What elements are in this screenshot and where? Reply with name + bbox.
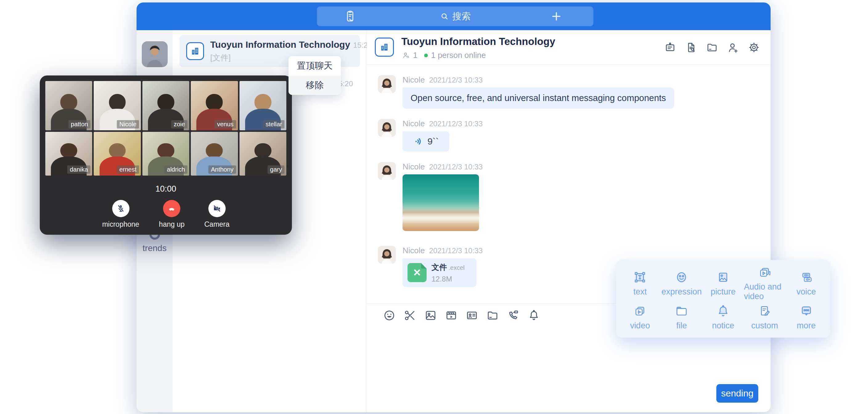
call-controls: microphone hang up Camera <box>45 200 286 229</box>
panel-item-more[interactable]: more <box>785 301 827 333</box>
hang-up-icon <box>166 203 177 214</box>
sender-name: Nicole <box>403 246 425 255</box>
custom-icon <box>757 304 772 319</box>
participant-video: patton <box>45 81 92 130</box>
search-placeholder[interactable]: 搜索 <box>453 10 471 23</box>
voice-wave-icon <box>413 136 424 147</box>
file-icon: ✕ <box>407 263 427 282</box>
message-time: 2021/12/3 10:33 <box>429 247 483 255</box>
participant-video: Nicole <box>94 81 141 130</box>
panel-item-expression[interactable]: expression <box>661 265 703 301</box>
folder-icon[interactable] <box>486 309 499 322</box>
conversation-title: Tuoyun Information Technology <box>210 39 350 50</box>
contact-card-icon[interactable] <box>465 309 478 322</box>
panel-item-file[interactable]: file <box>661 301 703 333</box>
voice-duration: 9`` <box>428 136 439 147</box>
image-icon[interactable] <box>424 309 437 322</box>
video-call-icon[interactable] <box>507 309 520 322</box>
participant-video: zoie <box>143 81 189 130</box>
participant-video: ernest <box>94 132 141 176</box>
sender-name: Nicole <box>403 162 425 171</box>
voice-icon <box>799 270 814 285</box>
panel-item-audio-video[interactable]: Audio and video <box>744 265 785 301</box>
screenshot-icon[interactable] <box>403 309 416 322</box>
avatar[interactable] <box>378 162 396 180</box>
message-time: 2021/12/3 10:33 <box>429 163 483 171</box>
file-ext: .excel <box>448 264 465 271</box>
file-size: 12.8M <box>432 275 465 283</box>
chat-history-search-icon[interactable] <box>685 41 697 54</box>
hang-up-button[interactable] <box>163 200 180 217</box>
panel-item-text[interactable]: text <box>619 265 661 301</box>
participant-video: Anthony <box>191 132 238 176</box>
chat-title: Tuoyun Information Technology <box>401 36 555 47</box>
search-icon <box>439 11 450 21</box>
organization-icon <box>186 42 204 60</box>
camera-button[interactable] <box>208 200 226 217</box>
search-bar[interactable]: 搜索 <box>317 6 593 26</box>
organization-icon <box>375 38 394 57</box>
panel-item-voice[interactable]: voice <box>785 265 827 301</box>
settings-icon[interactable] <box>748 41 760 54</box>
avatar[interactable] <box>378 246 396 264</box>
composer-toolbar <box>383 309 540 322</box>
file-icon <box>674 304 689 319</box>
menu-item-remove[interactable]: 移除 <box>288 75 341 95</box>
menu-item-pin-chat[interactable]: 置顶聊天 <box>288 56 341 75</box>
panel-item-video[interactable]: video <box>619 301 661 333</box>
send-button[interactable]: sending <box>716 384 758 403</box>
avatar[interactable] <box>378 75 396 93</box>
microphone-muted-icon <box>116 203 126 214</box>
message-text: Nicole 2021/12/3 10:33 Open source, free… <box>378 75 674 109</box>
sender-name: Nicole <box>403 75 425 85</box>
voice-bubble[interactable]: 9`` <box>403 131 450 152</box>
chat-area: Tuoyun Information Technology 1 1 person… <box>367 30 771 412</box>
avatar[interactable] <box>378 119 396 137</box>
online-status: 1 person online <box>431 51 486 60</box>
files-icon[interactable] <box>706 41 718 54</box>
text-icon <box>632 270 647 285</box>
microphone-button[interactable] <box>112 200 129 217</box>
microphone-label: microphone <box>102 220 139 229</box>
chat-header: Tuoyun Information Technology 1 1 person… <box>367 30 771 65</box>
message-file: Nicole 2021/12/3 10:33 ✕ 文件.excel 12.8M <box>378 246 483 287</box>
panel-item-notice[interactable]: notice <box>703 301 744 333</box>
call-timer: 10:00 <box>45 184 286 194</box>
participant-video: venus <box>191 81 238 130</box>
member-count: 1 <box>413 51 417 60</box>
panel-item-picture[interactable]: picture <box>703 265 744 301</box>
message-time: 2021/12/3 10:33 <box>429 76 483 85</box>
member-icon <box>402 51 410 60</box>
message-image: Nicole 2021/12/3 10:33 <box>378 162 483 231</box>
online-dot <box>424 54 428 57</box>
participant-video: stellar <box>240 81 286 130</box>
announcement-icon[interactable] <box>664 41 676 54</box>
participant-video: danika <box>45 132 92 176</box>
video-icon[interactable] <box>445 309 458 322</box>
camera-muted-icon <box>212 203 222 214</box>
picture-icon <box>716 270 731 285</box>
notification-icon[interactable] <box>527 309 540 322</box>
participant-video: gary <box>240 132 286 176</box>
file-name: 文件 <box>432 263 447 272</box>
more-icon <box>799 304 814 319</box>
add-icon[interactable] <box>550 10 562 23</box>
file-bubble[interactable]: ✕ 文件.excel 12.8M <box>403 258 476 287</box>
notice-icon <box>716 304 731 319</box>
participant-video: aldrich <box>143 132 189 176</box>
video-call-panel: patton Nicole zoie venus stellar danika … <box>40 75 292 235</box>
conversation-context-menu: 置顶聊天 移除 <box>288 56 341 95</box>
add-member-icon[interactable] <box>727 41 739 54</box>
sender-name: Nicole <box>403 119 425 128</box>
message-type-panel: text expression picture Audio and video … <box>616 260 830 338</box>
message-voice: Nicole 2021/12/3 10:33 9`` <box>378 119 483 152</box>
image-message-photo[interactable] <box>403 174 479 231</box>
hang-up-label: hang up <box>159 220 185 229</box>
panel-item-custom[interactable]: custom <box>744 301 785 333</box>
user-avatar[interactable] <box>142 41 168 67</box>
expression-icon <box>674 270 689 285</box>
contacts-icon[interactable] <box>343 9 357 23</box>
topbar: 搜索 <box>136 2 771 30</box>
camera-label: Camera <box>204 220 230 229</box>
emoji-icon[interactable] <box>383 309 396 322</box>
